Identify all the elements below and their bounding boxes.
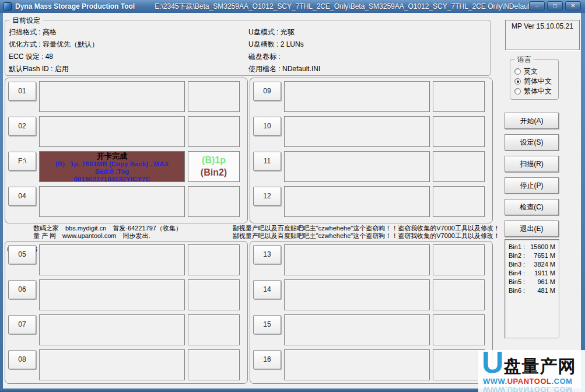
slot-button-f-drive[interactable]: F:\ xyxy=(8,152,36,171)
slot-status-box xyxy=(39,279,185,310)
slot-row: 07 xyxy=(5,314,248,347)
radio-label: 简体中文 xyxy=(524,76,552,86)
window-title: Dyna Mass Storage Production Tool xyxy=(15,2,135,10)
slot-result-box xyxy=(433,279,485,310)
slot-status-box xyxy=(284,349,430,380)
slot-result-box xyxy=(188,244,240,275)
watermark-site-name: 盘量产网 xyxy=(504,354,576,379)
slot-button-11[interactable]: 11 xyxy=(253,152,281,171)
slot-button-07[interactable]: 07 xyxy=(8,315,36,334)
radio-traditional-chinese[interactable]: 繁体中文 xyxy=(514,86,552,96)
stop-button[interactable]: 停止(P) xyxy=(505,177,559,194)
upantool-watermark: U 盘量产网 WWW.UPANTOOL.COM WWW.UPANTOOL.COM xyxy=(478,350,585,392)
exit-button[interactable]: 退出(E) xyxy=(505,220,559,237)
slot-result-box xyxy=(188,116,240,147)
slot-result-box xyxy=(433,244,485,275)
slot-group-upper-left: 01 02 F:\ 00:17:06 开卡完成 (B)_ 1p. 7651MB … xyxy=(5,78,248,223)
slot-button-14[interactable]: 14 xyxy=(253,280,281,299)
notice-line-2: 量 产 网 www.upantool.com 同步发出. 鄙视量产吧以及百度贴吧… xyxy=(33,232,500,240)
status-line-capacity: (B)_ 1p. 7651MB (Copy Back) . MAX xyxy=(40,160,184,168)
title-bar: Dyna Mass Storage Production Tool E:\234… xyxy=(0,0,585,13)
scan-button[interactable]: 扫描(R) xyxy=(505,156,559,172)
slot-status-box xyxy=(284,279,430,310)
window-border-right xyxy=(581,13,585,392)
window-path-label: E:\2345下载\Beta_SM3259AA_O1012_SCY_7THL_2… xyxy=(155,2,542,12)
start-button[interactable]: 开始(A) xyxy=(505,113,559,129)
result-bin-label: (Bin2) xyxy=(188,166,239,178)
maximize-button[interactable]: □ xyxy=(547,1,563,10)
slot-status-box xyxy=(284,314,430,345)
slot-status-box xyxy=(284,244,430,275)
slot-row: 15 xyxy=(250,314,493,347)
slot-row: 14 xyxy=(250,279,493,312)
slot-button-09[interactable]: 09 xyxy=(253,82,281,101)
close-button[interactable]: ✕ xyxy=(565,1,581,10)
bin-row: Bin5 :961 M xyxy=(509,278,555,286)
slot-result-box xyxy=(188,81,240,112)
radio-label: 英文 xyxy=(524,66,538,76)
slot-status-box xyxy=(284,186,430,217)
slot-result-box xyxy=(188,349,240,380)
slot-row: 06 xyxy=(5,279,248,312)
slot-button-08[interactable]: 08 xyxy=(8,350,36,369)
bin-row: Bin2 :7651 M xyxy=(509,251,555,260)
bin-value: 7651 M xyxy=(534,251,555,260)
setting-ini-file: 使用檔名 : NDefault.INI xyxy=(248,64,320,74)
slot-result-box xyxy=(433,81,485,112)
minimize-button[interactable]: – xyxy=(529,1,545,10)
slot-status-box xyxy=(284,81,430,112)
check-button[interactable]: 检查(C) xyxy=(505,199,559,215)
bin-row: Bin6 :481 M xyxy=(509,286,555,295)
slot-status-box xyxy=(39,244,185,275)
notice-source-2: 量 产 网 www.upantool.com 同步发出. xyxy=(33,232,233,240)
slot-button-01[interactable]: 01 xyxy=(8,82,36,101)
setting-ecc: ECC 设定 : 48 xyxy=(9,52,53,62)
slot-row: 10 xyxy=(250,116,493,149)
bin-value: 1911 M xyxy=(534,269,555,278)
slot-result-box-active: (B)1p (Bin2) xyxy=(188,151,240,182)
slot-button-12[interactable]: 12 xyxy=(253,187,281,206)
slot-button-04[interactable]: 04 xyxy=(8,187,36,206)
radio-simplified-chinese[interactable]: 简体中文 xyxy=(514,76,552,86)
radio-icon xyxy=(514,68,521,75)
bin-label: Bin2 : xyxy=(509,251,525,260)
radio-english[interactable]: 英文 xyxy=(514,66,538,76)
slot-result-box xyxy=(433,349,485,380)
mp-version-box: MP Ver 15.10.05.21 xyxy=(505,20,580,50)
slot-row: 09 xyxy=(250,81,493,114)
radio-icon xyxy=(514,88,521,94)
app-icon xyxy=(3,2,12,10)
watermark-url-domain: UPANTOOL xyxy=(507,377,552,386)
slot-status-box-active: 开卡完成 (B)_ 1p. 7651MB (Copy Back) . MAX B… xyxy=(39,151,185,182)
slot-button-13[interactable]: 13 xyxy=(253,245,281,264)
status-line-bad: Bad:0 .Tog xyxy=(40,168,184,176)
setting-lun-count: U盘槽数 : 2 LUNs xyxy=(248,40,304,50)
bin-value: 15600 M xyxy=(530,243,555,251)
radio-icon xyxy=(514,78,521,85)
watermark-reflection: WWW.UPANTOOL.COM xyxy=(483,385,572,392)
bin-label: Bin5 : xyxy=(509,278,525,286)
slot-button-05[interactable]: 05 xyxy=(8,245,36,264)
slot-status-box xyxy=(284,116,430,147)
close-icon: ✕ xyxy=(570,2,575,9)
setting-usb-mode: U盘模式 : 光驱 xyxy=(248,27,295,37)
slot-row-active: F:\ 00:17:06 开卡完成 (B)_ 1p. 7651MB (Copy … xyxy=(5,151,248,184)
slot-button-02[interactable]: 02 xyxy=(8,117,36,136)
slot-row: 08 xyxy=(5,349,248,382)
slot-status-box xyxy=(39,116,185,147)
setting-flash-id: 默认Flash ID : 启用 xyxy=(9,64,69,74)
slot-status-box xyxy=(284,151,430,182)
bin-label: Bin3 : xyxy=(509,260,525,269)
bin-capacity-list: Bin1 :15600 M Bin2 :7651 M Bin3 :3824 M … xyxy=(505,239,559,338)
status-title: 开卡完成 xyxy=(40,152,184,160)
current-settings-group: 目前设定 扫描格式 : 高格 优化方式 : 容量优先（默认） ECC 设定 : … xyxy=(5,20,491,76)
slot-button-10[interactable]: 10 xyxy=(253,117,281,136)
bin-label: Bin1 : xyxy=(509,243,525,251)
slot-group-lower-right: 13 14 15 16 xyxy=(250,241,493,384)
settings-button[interactable]: 设定(S) xyxy=(505,134,559,150)
bin-value: 3824 M xyxy=(534,260,555,269)
slot-button-15[interactable]: 15 xyxy=(253,315,281,334)
slot-button-06[interactable]: 06 xyxy=(8,280,36,299)
slot-button-16[interactable]: 16 xyxy=(253,350,281,369)
slot-result-box xyxy=(433,151,485,182)
